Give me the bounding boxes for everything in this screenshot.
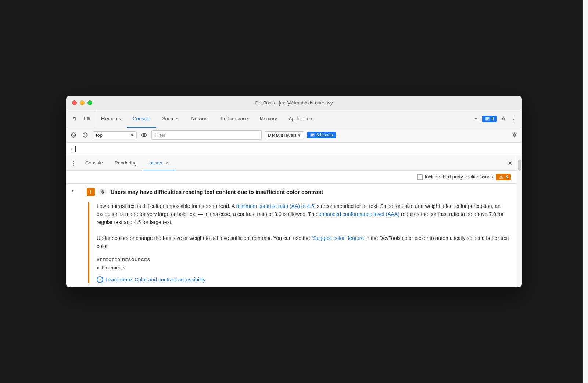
svg-point-9 [514, 134, 516, 136]
third-party-checkbox-label[interactable]: Include third-party cookie issues [417, 174, 493, 180]
third-party-checkbox[interactable] [417, 174, 423, 180]
context-selector[interactable]: top ▾ [93, 131, 137, 139]
chevron-down-icon: ▾ [298, 132, 301, 138]
minimize-button[interactable] [80, 100, 85, 105]
circle-arrow-icon: → [97, 276, 103, 283]
tab-elements[interactable]: Elements [95, 110, 127, 128]
panel-content: ⋮ Console Rendering Issues ✕ ✕ [66, 156, 517, 288]
aa-contrast-link[interactable]: minimum contrast ratio (AA) of 4.5 [236, 203, 314, 209]
main-tab-list: Elements Console Sources Network Perform… [95, 110, 469, 128]
tab-application[interactable]: Application [283, 110, 318, 128]
issue-description: Low-contrast text is difficult or imposs… [97, 202, 511, 227]
warning-icon: ! [87, 188, 95, 196]
toolbar-right: » 6 ⋮ [469, 110, 520, 128]
issues-panel: Include third-party cookie issues ! 6 ▼ [66, 171, 517, 288]
devtools-window: DevTools - jec.fyi/demo/cds-anchovy Elem… [66, 96, 522, 288]
elements-toggle[interactable]: ▶ 6 elements [97, 265, 511, 270]
maximize-button[interactable] [87, 100, 92, 105]
issues-badge-button[interactable]: 6 [482, 116, 497, 122]
traffic-lights [72, 100, 92, 105]
affected-resources-label: AFFECTED RESOURCES [97, 258, 511, 262]
tab-console-bottom[interactable]: Console [79, 156, 109, 170]
issues-count: 6 [491, 116, 494, 121]
title-bar: DevTools - jec.fyi/demo/cds-anchovy [66, 96, 522, 110]
devtools-toolbar: Elements Console Sources Network Perform… [66, 110, 522, 128]
issue-main-content: ! 6 Users may have difficulties reading … [81, 184, 517, 288]
bottom-tabs: ⋮ Console Rendering Issues ✕ ✕ [66, 156, 517, 171]
issue-item: ▼ ! 6 Users may have difficulties readin… [66, 184, 517, 288]
issue-count-number: 6 [98, 189, 107, 195]
issues-count-badge[interactable]: 6 Issues [307, 132, 336, 138]
settings-button[interactable] [498, 114, 509, 124]
console-prompt: › [71, 146, 72, 152]
close-drawer-button[interactable]: ✕ [505, 156, 515, 170]
affected-resources: AFFECTED RESOURCES ▶ 6 elements [97, 258, 511, 270]
aaa-conformance-link[interactable]: enhanced conformance level (AAA) [319, 211, 399, 217]
tab-sources[interactable]: Sources [156, 110, 186, 128]
tab-console[interactable]: Console [127, 110, 156, 128]
toolbar-icons [68, 110, 95, 128]
chevron-down-icon: ▾ [131, 132, 133, 138]
tab-network[interactable]: Network [186, 110, 215, 128]
console-toolbar: top ▾ Default levels ▾ 6 Issues [66, 128, 522, 143]
close-issues-tab-button[interactable]: ✕ [164, 160, 170, 166]
inspect-element-button[interactable] [71, 114, 81, 124]
issue-body: Low-contrast text is difficult or imposs… [88, 202, 511, 283]
eye-button[interactable] [140, 131, 148, 139]
main-content: ⋮ Console Rendering Issues ✕ ✕ [66, 156, 522, 288]
more-options-button[interactable]: ⋮ [510, 114, 517, 124]
warning-count-badge: ! 6 [496, 174, 511, 180]
tab-performance[interactable]: Performance [215, 110, 254, 128]
console-cursor [75, 146, 76, 152]
svg-point-7 [143, 134, 145, 136]
filter-input[interactable] [151, 130, 262, 140]
log-levels-button[interactable]: Default levels ▾ [265, 131, 304, 139]
clear-console-button[interactable] [69, 131, 78, 139]
tab-rendering[interactable]: Rendering [109, 156, 143, 170]
triangle-icon: ▶ [97, 266, 100, 270]
no-entry-button[interactable] [81, 131, 90, 139]
tab-issues[interactable]: Issues ✕ [143, 156, 176, 170]
console-settings-button[interactable] [510, 131, 519, 139]
scrollbar-thumb[interactable] [518, 160, 521, 171]
issue-title: Users may have difficulties reading text… [111, 189, 323, 195]
update-text: Update colors or change the font size or… [97, 234, 511, 251]
svg-rect-1 [88, 118, 89, 120]
suggest-color-link[interactable]: "Suggest color" feature [311, 235, 364, 241]
close-button[interactable] [72, 100, 77, 105]
issue-header: ! 6 Users may have difficulties reading … [87, 188, 511, 196]
tab-memory[interactable]: Memory [254, 110, 283, 128]
learn-more-link[interactable]: → Learn more: Color and contrast accessi… [97, 276, 511, 283]
third-party-row: Include third-party cookie issues ! 6 [66, 171, 517, 184]
main-scrollbar[interactable] [517, 156, 522, 288]
device-toolbar-button[interactable] [82, 114, 92, 124]
more-bottom-tabs-button[interactable]: ⋮ [68, 156, 79, 170]
window-title: DevTools - jec.fyi/demo/cds-anchovy [255, 100, 333, 106]
console-input-area: › [66, 143, 522, 156]
issue-gutter: ▼ [66, 184, 81, 288]
svg-rect-0 [84, 117, 88, 120]
collapse-arrow-icon[interactable]: ▼ [71, 189, 75, 193]
more-tabs-button[interactable]: » [472, 114, 480, 123]
svg-text:!: ! [501, 175, 502, 179]
svg-line-4 [72, 134, 75, 136]
